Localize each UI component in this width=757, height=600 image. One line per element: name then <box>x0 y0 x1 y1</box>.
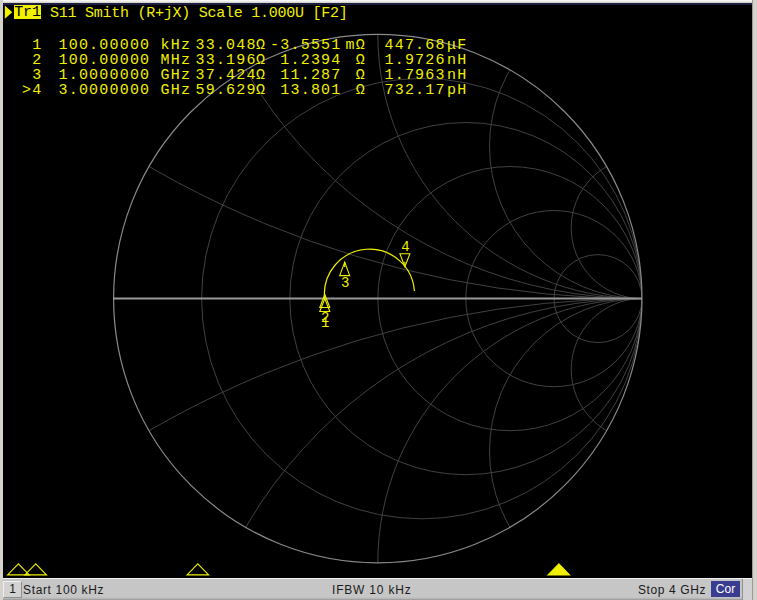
svg-text:4: 4 <box>401 239 409 255</box>
svg-text:1: 1 <box>321 315 329 331</box>
svg-text:3: 3 <box>341 275 349 291</box>
